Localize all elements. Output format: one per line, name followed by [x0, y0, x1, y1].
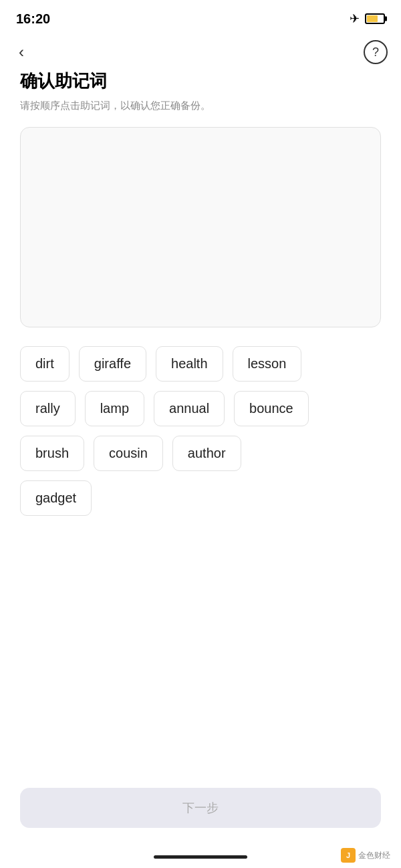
word-grid: dirtgiraffehealthlesson rallylampannualb…	[20, 346, 381, 516]
word-chip[interactable]: health	[156, 346, 223, 382]
help-button[interactable]: ?	[364, 40, 388, 64]
word-chip[interactable]: brush	[20, 436, 84, 471]
word-row-2: rallylampannualbounce	[20, 391, 381, 426]
selection-area[interactable]	[20, 127, 381, 327]
word-chip[interactable]: author	[172, 436, 241, 471]
word-chip[interactable]: lamp	[85, 391, 144, 426]
status-time: 16:20	[16, 11, 50, 27]
battery-icon	[365, 13, 385, 24]
word-chip[interactable]: bounce	[234, 391, 309, 426]
next-button-wrapper: 下一步	[20, 788, 381, 828]
airplane-icon: ✈	[350, 11, 360, 26]
home-indicator	[154, 855, 247, 859]
word-chip[interactable]: gadget	[20, 480, 92, 516]
next-button[interactable]: 下一步	[20, 788, 381, 828]
word-chip[interactable]: lesson	[233, 346, 302, 382]
watermark-text: 金色财经	[358, 850, 390, 861]
status-icons: ✈	[350, 11, 385, 26]
word-chip[interactable]: annual	[154, 391, 225, 426]
battery-fill	[367, 15, 378, 22]
word-row-4: gadget	[20, 480, 381, 516]
watermark-logo: J	[341, 848, 356, 863]
status-bar: 16:20 ✈	[0, 0, 401, 35]
page-content: 确认助记词 请按顺序点击助记词，以确认您正确备份。 dirtgiraffehea…	[0, 69, 401, 516]
watermark: J 金色财经	[341, 848, 390, 863]
back-button[interactable]: ‹	[13, 40, 29, 64]
word-chip[interactable]: cousin	[94, 436, 163, 471]
word-chip[interactable]: dirt	[20, 346, 70, 382]
word-row-1: dirtgiraffehealthlesson	[20, 346, 381, 382]
page-title: 确认助记词	[20, 69, 381, 93]
page-subtitle: 请按顺序点击助记词，以确认您正确备份。	[20, 98, 381, 114]
nav-bar: ‹ ?	[0, 35, 401, 69]
word-chip[interactable]: rally	[20, 391, 76, 426]
word-row-3: brushcousinauthor	[20, 436, 381, 471]
word-chip[interactable]: giraffe	[79, 346, 146, 382]
